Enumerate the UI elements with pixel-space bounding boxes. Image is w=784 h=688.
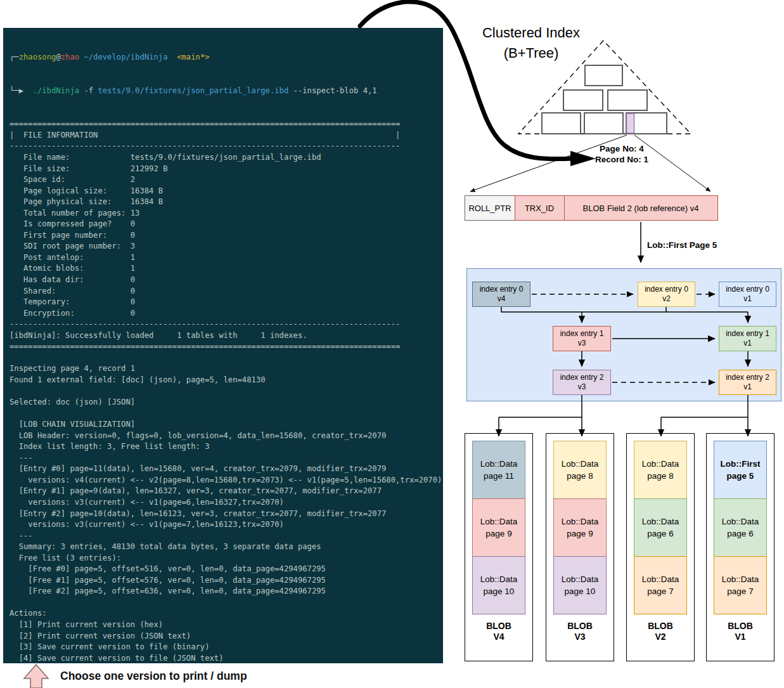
- lob-first-page-5: Lob::First page 5: [714, 441, 767, 499]
- prompt-host: zhao: [61, 53, 79, 62]
- prompt-path: ~/develop/ibdNinja: [79, 53, 167, 62]
- btree-node: [542, 113, 581, 134]
- lob-data-page-7: Lob::Data page 7: [634, 556, 687, 614]
- command-args: --inspect-blob 4,1: [288, 86, 376, 95]
- blob-column-v4: Lob::Data page 11 Lob::Data page 9 Lob::…: [465, 433, 533, 661]
- prompt-user: zhaosong: [19, 53, 56, 62]
- terminal-output: ========================================…: [10, 119, 443, 663]
- index-entry-0-v4: index entry 0 v4: [472, 282, 530, 307]
- terminal-window[interactable]: ┌─zhaosong@zhao ~/develop/ibdNinja <main…: [3, 28, 443, 663]
- lob-first-page-label: Lob::First Page 5: [647, 240, 717, 250]
- blob-v3-label: BLOB V3: [546, 621, 614, 642]
- command-binary: ./ibdNinja: [33, 86, 79, 95]
- lob-data-page-8: Lob::Data page 8: [553, 441, 607, 499]
- prompt-at: @: [56, 53, 60, 62]
- lob-data-page-7: Lob::Data page 7: [714, 556, 767, 614]
- blob-column-v2: Lob::Data page 8 Lob::Data page 6 Lob::D…: [626, 433, 695, 661]
- btree-node: [584, 113, 623, 134]
- record-field-trx-id: TRX_ID: [515, 195, 565, 221]
- blob-column-v1: Lob::First page 5 Lob::Data page 6 Lob::…: [706, 433, 774, 661]
- btree-node: [563, 90, 603, 110]
- lob-data-page-6: Lob::Data page 6: [714, 498, 767, 557]
- prompt-corner: ┌─: [10, 53, 19, 62]
- lob-data-page-10: Lob::Data page 10: [472, 556, 525, 614]
- choice-pointer-arrow-icon: [24, 665, 48, 688]
- lob-data-page-9: Lob::Data page 9: [553, 498, 607, 557]
- screenshot-root: Lob::Data page 11 Lob::Data page 9 Lob::…: [0, 0, 784, 688]
- index-entry-0-v1: index entry 0 v1: [719, 282, 776, 307]
- page-record-note: Page No: 4 Record No: 1: [571, 143, 672, 165]
- command-flag: -f: [79, 86, 98, 95]
- lob-data-page-8: Lob::Data page 8: [634, 441, 687, 499]
- choice-annotation: Choose one version to print / dump: [60, 670, 247, 683]
- blob-column-v3: Lob::Data page 8 Lob::Data page 9 Lob::D…: [546, 433, 614, 661]
- prompt-git-branch: <main*>: [168, 53, 210, 62]
- lob-data-page-11: Lob::Data page 11: [472, 441, 525, 499]
- blob-v1-label: BLOB V1: [707, 621, 774, 642]
- lob-data-page-6: Lob::Data page 6: [634, 498, 687, 557]
- lob-data-page-10: Lob::Data page 10: [553, 556, 607, 614]
- lob-data-page-9: Lob::Data page 9: [472, 498, 525, 557]
- diagram-title: Clustered Index (B+Tree): [468, 23, 594, 63]
- btree-node: [626, 113, 667, 134]
- index-entry-2-v1: index entry 2 v1: [719, 370, 776, 395]
- shell-command-line: └─▶ ./ibdNinja -f tests/9.0/fixtures/jso…: [10, 86, 443, 97]
- index-entry-1-v3: index entry 1 v3: [553, 326, 611, 351]
- record-field-blob-ref: BLOB Field 2 (lob reference) v4: [564, 195, 718, 221]
- prompt-arrow: └─▶: [10, 86, 33, 95]
- record-field-roll-ptr: ROLL_PTR: [465, 195, 515, 221]
- btree-node: [608, 90, 647, 110]
- shell-prompt-line: ┌─zhaosong@zhao ~/develop/ibdNinja <main…: [10, 52, 443, 63]
- command-file-arg: tests/9.0/fixtures/json_partial_large.ib…: [98, 86, 288, 95]
- index-entry-1-v1: index entry 1 v1: [719, 326, 776, 351]
- index-entry-0-v2: index entry 0 v2: [638, 282, 695, 307]
- blob-v4-label: BLOB V4: [465, 621, 532, 642]
- btree-node: [585, 65, 622, 86]
- highlighted-record-slice: [627, 114, 634, 133]
- blob-v2-label: BLOB V2: [627, 621, 694, 642]
- index-entry-2-v3: index entry 2 v3: [553, 370, 611, 395]
